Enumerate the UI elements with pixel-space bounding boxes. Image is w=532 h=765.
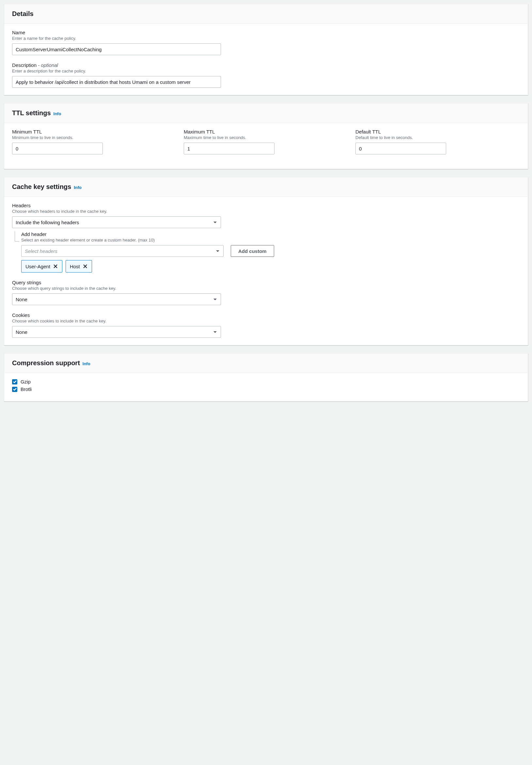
header-tokens: User-Agent Host	[21, 260, 520, 273]
compression-panel: Compression support Info Gzip Brotli	[4, 353, 528, 401]
header-token-label: User-Agent	[25, 264, 50, 269]
cookies-help: Choose which cookies to include in the c…	[12, 319, 520, 324]
name-input[interactable]	[12, 43, 221, 55]
header-token: Host	[66, 260, 92, 273]
description-field-group: Description - optional Enter a descripti…	[12, 62, 520, 88]
min-ttl-input[interactable]	[12, 143, 103, 154]
headers-label: Headers	[12, 203, 520, 208]
max-ttl-input[interactable]	[184, 143, 274, 154]
add-header-select[interactable]: Select headers	[21, 245, 224, 257]
min-ttl-group: Minimum TTL Minimum time to live in seco…	[12, 129, 177, 154]
header-token-label: Host	[70, 264, 80, 269]
brotli-label: Brotli	[21, 386, 32, 392]
add-header-placeholder: Select headers	[25, 248, 57, 254]
headers-select-wrap: Include the following headers	[12, 216, 221, 228]
cookies-select[interactable]: None	[12, 326, 221, 338]
cachekey-header: Cache key settings Info	[4, 177, 528, 197]
headers-select-value: Include the following headers	[16, 220, 79, 225]
description-help: Enter a description for the cache policy…	[12, 69, 520, 73]
add-header-label: Add header	[21, 231, 520, 237]
nest-line	[15, 241, 19, 242]
cachekey-panel: Cache key settings Info Headers Choose w…	[4, 177, 528, 345]
brotli-checkbox-row[interactable]: Brotli	[12, 386, 520, 392]
name-field-group: Name Enter a name for the cache policy.	[12, 30, 520, 55]
checkbox-checked-icon[interactable]	[12, 379, 17, 384]
checkbox-checked-icon[interactable]	[12, 387, 17, 392]
max-ttl-label: Maximum TTL	[184, 129, 348, 135]
name-label: Name	[12, 30, 520, 35]
compression-body: Gzip Brotli	[4, 373, 528, 401]
ttl-header: TTL settings Info	[4, 104, 528, 123]
headers-select[interactable]: Include the following headers	[12, 216, 221, 228]
cookies-select-value: None	[16, 329, 27, 335]
name-help: Enter a name for the cache policy.	[12, 36, 520, 41]
query-select-wrap: None	[12, 294, 221, 305]
default-ttl-label: Default TTL	[355, 129, 520, 135]
query-label: Query strings	[12, 280, 520, 285]
default-ttl-input[interactable]	[355, 143, 446, 154]
compression-title: Compression support	[12, 359, 80, 367]
headers-group: Headers Choose which headers to include …	[12, 203, 520, 273]
query-group: Query strings Choose which query strings…	[12, 280, 520, 305]
ttl-row: Minimum TTL Minimum time to live in seco…	[12, 129, 520, 162]
ttl-body: Minimum TTL Minimum time to live in seco…	[4, 123, 528, 169]
default-ttl-group: Default TTL Default time to live in seco…	[355, 129, 520, 162]
add-header-select-wrap: Select headers	[21, 245, 224, 257]
min-ttl-label: Minimum TTL	[12, 129, 177, 135]
add-header-block: Add header Select an existing header ele…	[12, 231, 520, 273]
cookies-group: Cookies Choose which cookies to include …	[12, 312, 520, 338]
query-select[interactable]: None	[12, 294, 221, 305]
add-header-row: Select headers Add custom	[21, 245, 520, 257]
compression-header: Compression support Info	[4, 354, 528, 373]
default-ttl-help: Default time to live in seconds.	[355, 135, 520, 140]
cachekey-title: Cache key settings	[12, 183, 71, 191]
add-header-help: Select an existing header element or cre…	[21, 238, 520, 243]
details-header: Details	[4, 4, 528, 24]
ttl-info-link[interactable]: Info	[54, 111, 61, 116]
headers-help: Choose which headers to include in the c…	[12, 209, 520, 214]
cookies-select-wrap: None	[12, 326, 221, 338]
description-label: Description - optional	[12, 62, 520, 68]
add-custom-button[interactable]: Add custom	[231, 245, 274, 257]
gzip-label: Gzip	[21, 379, 31, 384]
nest-line	[15, 231, 15, 241]
cachekey-info-link[interactable]: Info	[74, 185, 82, 190]
description-input[interactable]	[12, 76, 221, 88]
details-panel: Details Name Enter a name for the cache …	[4, 4, 528, 95]
query-select-value: None	[16, 297, 27, 302]
close-icon[interactable]	[52, 263, 59, 270]
details-body: Name Enter a name for the cache policy. …	[4, 24, 528, 95]
description-label-text: Description	[12, 62, 37, 68]
max-ttl-help: Maximum time to live in seconds.	[184, 135, 348, 140]
cookies-label: Cookies	[12, 312, 520, 318]
ttl-title: TTL settings	[12, 109, 51, 117]
description-optional: - optional	[38, 62, 58, 68]
gzip-checkbox-row[interactable]: Gzip	[12, 379, 520, 384]
max-ttl-group: Maximum TTL Maximum time to live in seco…	[184, 129, 348, 154]
header-token: User-Agent	[21, 260, 62, 273]
ttl-panel: TTL settings Info Minimum TTL Minimum ti…	[4, 103, 528, 169]
min-ttl-help: Minimum time to live in seconds.	[12, 135, 177, 140]
close-icon[interactable]	[82, 263, 89, 270]
cachekey-body: Headers Choose which headers to include …	[4, 197, 528, 345]
details-title: Details	[12, 10, 34, 18]
compression-info-link[interactable]: Info	[83, 361, 90, 366]
query-help: Choose which query strings to include in…	[12, 286, 520, 291]
